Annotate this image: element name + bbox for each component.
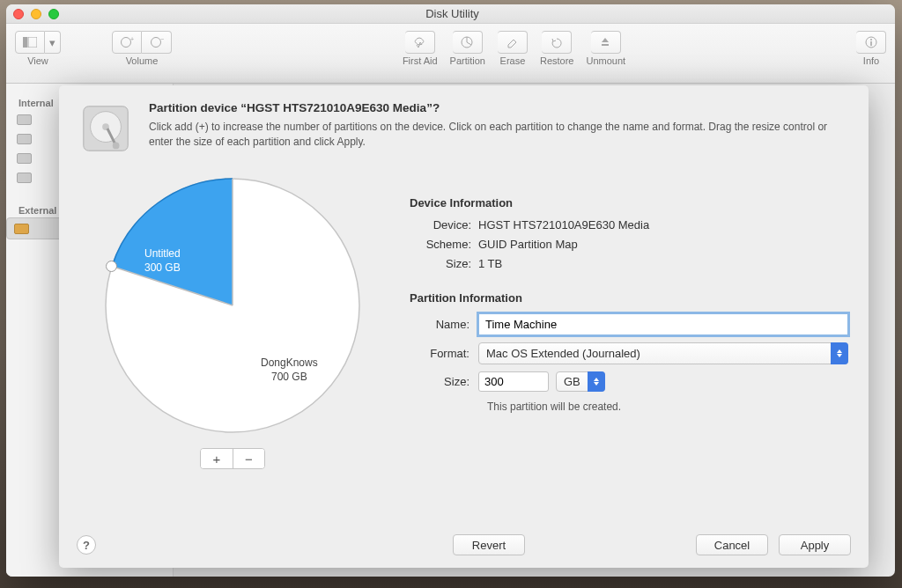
svg-point-14: [113, 143, 120, 150]
add-partition-button[interactable]: +: [201, 449, 233, 468]
partition-size-input[interactable]: [478, 371, 549, 392]
device-info-heading: Device Information: [410, 196, 849, 209]
partition-sheet: Partition device “HGST HTS721010A9E630 M…: [59, 85, 869, 568]
toolbar-label: View: [27, 55, 48, 66]
hard-drive-icon: [78, 101, 133, 156]
svg-rect-1: [28, 37, 37, 48]
cancel-button[interactable]: Cancel: [696, 534, 768, 555]
restore-button[interactable]: [542, 31, 572, 54]
minimize-window-icon[interactable]: [31, 9, 41, 19]
disk-icon: [14, 224, 29, 234]
disk-icon: [17, 114, 32, 125]
format-label: Format:: [410, 347, 478, 360]
scheme-value: GUID Partition Map: [478, 238, 578, 251]
toolbar-label: Info: [863, 55, 879, 66]
remove-partition-button[interactable]: −: [233, 449, 264, 468]
toolbar-label: Volume: [126, 55, 159, 66]
format-select[interactable]: Mac OS Extended (Journaled): [478, 342, 848, 364]
chevron-updown-icon: [831, 342, 848, 364]
apply-button[interactable]: Apply: [779, 534, 851, 555]
disk-icon: [17, 134, 32, 144]
pie-resize-handle[interactable]: [106, 261, 117, 272]
volume-remove-button[interactable]: −: [142, 31, 172, 54]
partition-note: This partition will be created.: [487, 401, 849, 413]
svg-rect-7: [602, 44, 609, 46]
size-unit-select[interactable]: GB: [556, 371, 605, 392]
help-button[interactable]: ?: [77, 535, 96, 555]
zoom-window-icon[interactable]: [48, 9, 59, 19]
format-value: Mac OS Extended (Journaled): [486, 347, 640, 360]
first-aid-button[interactable]: [405, 31, 435, 54]
revert-button[interactable]: Revert: [453, 534, 525, 555]
toolbar-label: Erase: [500, 55, 526, 66]
svg-rect-0: [23, 37, 27, 48]
psize-label: Size:: [410, 375, 478, 388]
partition-info-heading: Partition Information: [410, 291, 849, 305]
size-value: 1 TB: [478, 257, 502, 270]
partition-button[interactable]: [453, 31, 483, 54]
volume-add-button[interactable]: +: [112, 31, 142, 54]
view-dropdown-button[interactable]: ▾: [45, 31, 61, 54]
svg-point-9: [870, 39, 872, 40]
window-title: Disk Utility: [59, 7, 846, 20]
svg-point-4: [151, 38, 160, 48]
toolbar-label: First Aid: [403, 55, 438, 66]
partition-pie-chart[interactable]: Untitled300 GB DongKnows700 GB: [100, 173, 365, 437]
device-value: HGST HTS721010A9E630 Media: [478, 218, 649, 232]
sheet-description: Click add (+) to increase the number of …: [149, 120, 849, 151]
pie-slice-label: Untitled300 GB: [144, 247, 181, 275]
disk-utility-window: Disk Utility ▾ View + − Volume: [6, 4, 895, 577]
toolbar-label: Unmount: [587, 55, 626, 66]
toolbar-label: Partition: [450, 55, 485, 66]
disk-icon: [17, 173, 32, 183]
toolbar: ▾ View + − Volume First Aid: [6, 24, 895, 84]
info-button[interactable]: [856, 31, 886, 54]
pie-slice-label: DongKnows700 GB: [261, 356, 318, 384]
erase-button[interactable]: [498, 31, 528, 54]
svg-point-2: [122, 38, 131, 48]
name-label: Name:: [410, 318, 478, 331]
titlebar: Disk Utility: [6, 4, 895, 24]
size-unit-value: GB: [564, 375, 580, 388]
close-window-icon[interactable]: [13, 9, 24, 19]
partition-add-remove: + −: [200, 448, 265, 469]
svg-text:−: −: [160, 36, 164, 42]
chevron-updown-icon: [588, 371, 605, 392]
toolbar-label: Restore: [540, 55, 574, 66]
svg-text:+: +: [130, 36, 134, 42]
device-label: Device:: [410, 218, 478, 232]
svg-rect-10: [870, 41, 872, 46]
partition-name-input[interactable]: [478, 313, 848, 335]
view-mode-button[interactable]: [15, 31, 45, 54]
size-label: Size:: [410, 257, 478, 270]
scheme-label: Scheme:: [410, 238, 478, 251]
disk-icon: [17, 153, 32, 164]
unmount-button[interactable]: [591, 31, 621, 54]
sheet-title: Partition device “HGST HTS721010A9E630 M…: [149, 101, 849, 114]
